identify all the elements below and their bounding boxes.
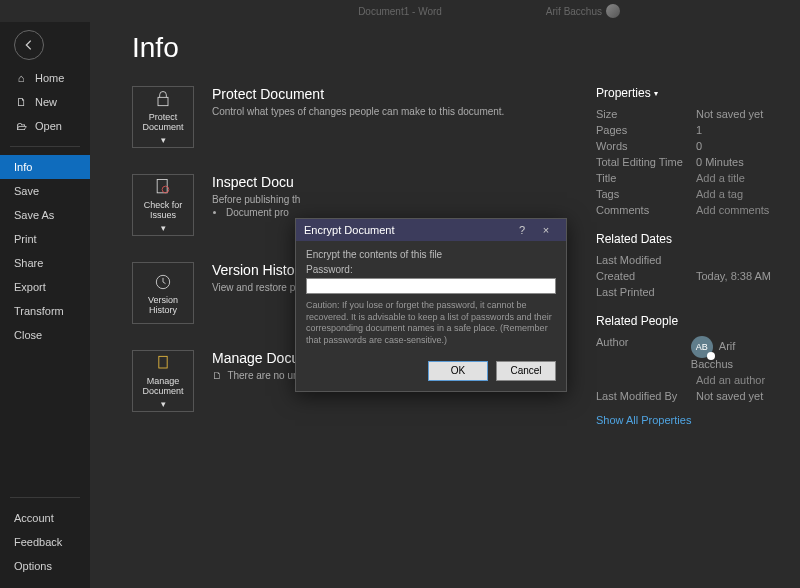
dialog-titlebar[interactable]: Encrypt Document ? × xyxy=(296,219,566,241)
add-author[interactable]: Add an author xyxy=(696,374,765,386)
user-area[interactable]: Arif Bacchus xyxy=(546,4,620,18)
nav-new-label: New xyxy=(35,96,57,108)
nav-open[interactable]: 🗁Open xyxy=(0,114,90,138)
card-protect: Protect Document▾ Protect Document Contr… xyxy=(132,86,572,148)
prop-lastmodby-value: Not saved yet xyxy=(696,390,763,402)
nav-print-label: Print xyxy=(14,233,37,245)
doc-small-icon: 🗋 xyxy=(212,370,222,381)
tile-protect-label: Protect Document xyxy=(135,112,191,132)
user-avatar-icon xyxy=(606,4,620,18)
related-people-heading: Related People xyxy=(596,314,776,328)
folder-open-icon: 🗁 xyxy=(14,120,28,132)
nav-home-label: Home xyxy=(35,72,64,84)
nav-open-label: Open xyxy=(35,120,62,132)
version-desc: View and restore pr xyxy=(212,281,299,295)
tile-version-label: Version History xyxy=(135,295,191,315)
nav-options[interactable]: Options xyxy=(0,554,90,578)
chevron-down-icon: ▾ xyxy=(161,399,166,409)
nav-transform-label: Transform xyxy=(14,305,64,317)
nav-transform[interactable]: Transform xyxy=(0,299,90,323)
prop-comments-value[interactable]: Add comments xyxy=(696,204,769,216)
nav-save[interactable]: Save xyxy=(0,179,90,203)
inspect-title: Inspect Docu xyxy=(212,174,300,190)
properties-panel: Properties▾ SizeNot saved yet Pages1 Wor… xyxy=(596,86,776,438)
svg-rect-4 xyxy=(159,356,167,368)
properties-heading[interactable]: Properties xyxy=(596,86,651,100)
tile-version-history[interactable]: Version History xyxy=(132,262,194,324)
version-title: Version Histo xyxy=(212,262,299,278)
tile-manage-document[interactable]: Manage Document▾ xyxy=(132,350,194,412)
protect-desc: Control what types of changes people can… xyxy=(212,105,504,119)
nav-info[interactable]: Info xyxy=(0,155,90,179)
document-icon xyxy=(153,353,173,373)
prop-title-value[interactable]: Add a title xyxy=(696,172,745,184)
nav-saveas[interactable]: Save As xyxy=(0,203,90,227)
prop-modified-label: Last Modified xyxy=(596,254,696,266)
cancel-button[interactable]: Cancel xyxy=(496,361,556,381)
backstage-sidebar: ⌂Home 🗋New 🗁Open Info Save Save As Print… xyxy=(0,22,90,588)
chevron-down-icon: ▾ xyxy=(161,135,166,145)
encrypt-dialog: Encrypt Document ? × Encrypt the content… xyxy=(295,218,567,392)
prop-author-value[interactable]: ABArif Bacchus xyxy=(691,336,776,370)
inspect-line: Before publishing th xyxy=(212,193,300,207)
prop-created-label: Created xyxy=(596,270,696,282)
dialog-help-button[interactable]: ? xyxy=(510,224,534,236)
separator xyxy=(10,146,80,147)
tile-protect-document[interactable]: Protect Document▾ xyxy=(132,86,194,148)
nav-home[interactable]: ⌂Home xyxy=(0,66,90,90)
prop-author-label: Author xyxy=(596,336,691,370)
nav-close-label: Close xyxy=(14,329,42,341)
separator xyxy=(10,497,80,498)
back-button[interactable] xyxy=(14,30,44,60)
chevron-down-icon: ▾ xyxy=(654,89,658,98)
prop-size-value: Not saved yet xyxy=(696,108,763,120)
title-bar: Document1 - Word Arif Bacchus xyxy=(0,0,800,22)
tile-check-issues[interactable]: Check for Issues▾ xyxy=(132,174,194,236)
prop-lastmodby-label: Last Modified By xyxy=(596,390,696,402)
inspect-bullet: Document pro xyxy=(226,207,300,218)
author-avatar-icon: AB xyxy=(691,336,713,358)
dialog-instruction: Encrypt the contents of this file xyxy=(306,249,556,260)
ok-button[interactable]: OK xyxy=(428,361,488,381)
nav-print[interactable]: Print xyxy=(0,227,90,251)
svg-point-2 xyxy=(162,186,169,193)
arrow-left-icon xyxy=(22,38,36,52)
lock-icon xyxy=(153,89,173,109)
show-all-properties[interactable]: Show All Properties xyxy=(596,414,776,426)
prop-title-label: Title xyxy=(596,172,696,184)
file-icon: 🗋 xyxy=(14,96,28,108)
nav-new[interactable]: 🗋New xyxy=(0,90,90,114)
nav-feedback[interactable]: Feedback xyxy=(0,530,90,554)
nav-options-label: Options xyxy=(14,560,52,572)
nav-account[interactable]: Account xyxy=(0,506,90,530)
nav-saveas-label: Save As xyxy=(14,209,54,221)
related-dates-heading: Related Dates xyxy=(596,232,776,246)
nav-share[interactable]: Share xyxy=(0,251,90,275)
chevron-down-icon: ▾ xyxy=(161,223,166,233)
page-title: Info xyxy=(132,32,776,64)
presence-badge-icon xyxy=(707,352,715,360)
prop-comments-label: Comments xyxy=(596,204,696,216)
prop-tags-label: Tags xyxy=(596,188,696,200)
prop-words-value: 0 xyxy=(696,140,702,152)
nav-save-label: Save xyxy=(14,185,39,197)
history-icon xyxy=(153,272,173,292)
dialog-title: Encrypt Document xyxy=(304,224,394,236)
inspect-icon xyxy=(153,177,173,197)
prop-editing-value: 0 Minutes xyxy=(696,156,744,168)
nav-export[interactable]: Export xyxy=(0,275,90,299)
password-input[interactable] xyxy=(306,278,556,294)
prop-printed-label: Last Printed xyxy=(596,286,696,298)
document-title: Document1 - Word xyxy=(358,6,442,17)
dialog-caution: Caution: If you lose or forget the passw… xyxy=(306,300,556,347)
nav-close[interactable]: Close xyxy=(0,323,90,347)
nav-account-label: Account xyxy=(14,512,54,524)
nav-info-label: Info xyxy=(14,161,32,173)
home-icon: ⌂ xyxy=(14,72,28,84)
prop-words-label: Words xyxy=(596,140,696,152)
prop-editing-label: Total Editing Time xyxy=(596,156,696,168)
prop-tags-value[interactable]: Add a tag xyxy=(696,188,743,200)
dialog-close-button[interactable]: × xyxy=(534,224,558,236)
author-initials: AB xyxy=(696,342,708,352)
prop-pages-value: 1 xyxy=(696,124,702,136)
